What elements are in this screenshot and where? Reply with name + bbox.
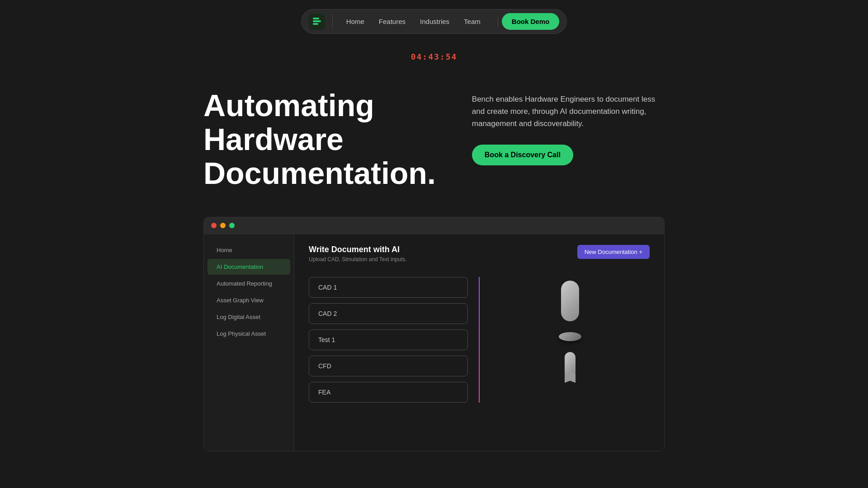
nav-home[interactable]: Home (340, 14, 371, 29)
doc-subtitle: Upload CAD, Simulation and Text inputs. (309, 256, 407, 263)
sidebar-item-asset-graph-view[interactable]: Asset Graph View (208, 292, 290, 308)
sidebar-item-home[interactable]: Home (208, 242, 290, 258)
hero-section: Automating Hardware Documentation. Bench… (185, 80, 683, 217)
demo-window-wrapper: Home AI Documentation Automated Reportin… (185, 217, 683, 451)
cad-item-1[interactable]: CAD 1 (309, 277, 468, 298)
rocket-fin-right (570, 372, 576, 383)
book-demo-button[interactable]: Book Demo (502, 13, 559, 30)
nav-industries[interactable]: Industries (414, 14, 456, 29)
hero-title: Automating Hardware Documentation. (203, 89, 436, 190)
timer-display: 04:43:54 (411, 52, 458, 61)
logo-icon (309, 14, 325, 30)
hero-left: Automating Hardware Documentation. (203, 89, 436, 190)
svg-rect-0 (313, 20, 321, 22)
sidebar: Home AI Documentation Automated Reportin… (204, 234, 294, 451)
rocket-fin-left (565, 372, 570, 383)
upload-area: CAD 1 CAD 2 Test 1 CFD FEA (309, 277, 650, 403)
cad-item-fea[interactable]: FEA (309, 382, 468, 403)
sidebar-item-automated-reporting[interactable]: Automated Reporting (208, 276, 290, 291)
shape-disk (559, 332, 581, 341)
sidebar-item-ai-documentation[interactable]: AI Documentation (208, 259, 290, 275)
nav-features[interactable]: Features (373, 14, 412, 29)
rocket-fins (559, 373, 581, 382)
nav-links: Home Features Industries Team (333, 14, 494, 29)
demo-window: Home AI Documentation Automated Reportin… (203, 217, 665, 451)
shape-capsule (561, 281, 579, 321)
preview-area (491, 277, 650, 403)
traffic-light-yellow (220, 223, 226, 228)
traffic-light-green (229, 223, 235, 228)
cad-item-test1[interactable]: Test 1 (309, 329, 468, 350)
discovery-call-button[interactable]: Book a Discovery Call (472, 145, 573, 165)
sidebar-item-log-physical-asset[interactable]: Log Physical Asset (208, 326, 290, 342)
nav-team[interactable]: Team (458, 14, 487, 29)
cad-list: CAD 1 CAD 2 Test 1 CFD FEA (309, 277, 480, 403)
new-documentation-button[interactable]: New Documentation + (577, 245, 650, 259)
doc-header-text: Write Document with AI Upload CAD, Simul… (309, 245, 407, 263)
main-content: Write Document with AI Upload CAD, Simul… (294, 234, 664, 451)
timer-section: 04:43:54 (0, 43, 868, 80)
hero-right: Bench enables Hardware Engineers to docu… (472, 89, 665, 165)
navbar: Home Features Industries Team Book Demo (0, 0, 868, 43)
nav-divider (498, 16, 498, 27)
svg-rect-2 (313, 18, 319, 19)
window-body: Home AI Documentation Automated Reportin… (204, 234, 664, 451)
shape-rocket (559, 352, 581, 388)
sidebar-item-log-digital-asset[interactable]: Log Digital Asset (208, 309, 290, 325)
nav-logo (309, 14, 333, 30)
traffic-light-red (211, 223, 217, 228)
logo-svg (312, 17, 322, 27)
window-titlebar (204, 217, 664, 234)
hero-description: Bench enables Hardware Engineers to docu… (472, 93, 665, 130)
doc-title: Write Document with AI (309, 245, 407, 254)
doc-header: Write Document with AI Upload CAD, Simul… (309, 245, 650, 263)
cad-item-2[interactable]: CAD 2 (309, 303, 468, 324)
cad-item-cfd[interactable]: CFD (309, 356, 468, 376)
navbar-inner: Home Features Industries Team Book Demo (301, 9, 567, 34)
svg-rect-1 (313, 23, 318, 25)
